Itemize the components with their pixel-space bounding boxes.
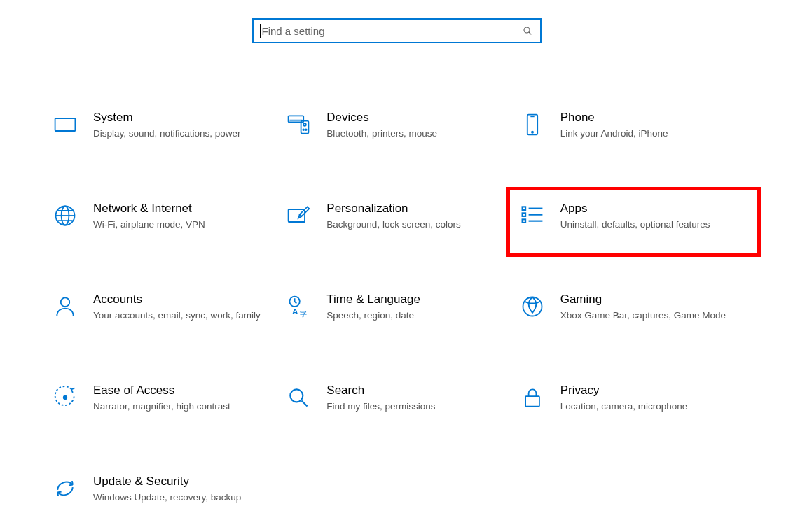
tile-gaming[interactable]: Gaming Xbox Game Bar, captures, Game Mod…	[517, 288, 750, 337]
tile-text: Phone Link your Android, iPhone	[560, 111, 743, 141]
tile-desc: Narrator, magnifier, high contrast	[93, 400, 270, 413]
svg-point-8	[303, 129, 305, 130]
tile-desc: Uninstall, defaults, optional features	[560, 218, 738, 231]
apps-icon	[520, 203, 545, 228]
tile-title: Search	[326, 384, 504, 398]
ease-of-access-icon	[53, 385, 78, 410]
tile-text: Accounts Your accounts, email, sync, wor…	[93, 293, 276, 323]
search-icon	[522, 25, 533, 36]
tile-personalization[interactable]: Personalization Background, lock screen,…	[283, 197, 516, 246]
tile-text: Ease of Access Narrator, magnifier, high…	[93, 384, 276, 414]
tile-privacy[interactable]: Privacy Location, camera, microphone	[517, 379, 750, 428]
svg-line-1	[529, 32, 531, 34]
tile-text: Search Find my files, permissions	[326, 384, 509, 414]
tile-title: Phone	[560, 111, 738, 125]
tile-ease-of-access[interactable]: Ease of Access Narrator, magnifier, high…	[50, 379, 283, 428]
system-icon	[53, 112, 78, 137]
tile-text: Devices Bluetooth, printers, mouse	[326, 111, 509, 141]
tile-desc: Link your Android, iPhone	[560, 127, 738, 140]
svg-rect-18	[522, 206, 525, 210]
svg-text:A: A	[292, 307, 298, 316]
tile-title: Privacy	[560, 384, 738, 398]
tile-title: Devices	[326, 111, 504, 125]
tile-title: Personalization	[326, 202, 504, 216]
tile-text: Personalization Background, lock screen,…	[326, 202, 509, 232]
svg-rect-32	[525, 396, 539, 406]
tile-desc: Bluetooth, printers, mouse	[326, 127, 504, 140]
tile-desc: Location, camera, microphone	[560, 400, 738, 413]
tile-text: Network & Internet Wi-Fi, airplane mode,…	[93, 202, 276, 232]
devices-icon	[286, 112, 311, 137]
tile-apps[interactable]: Apps Uninstall, defaults, optional featu…	[517, 197, 750, 246]
svg-rect-2	[55, 118, 76, 131]
tile-title: System	[93, 111, 270, 125]
tile-desc: Display, sound, notifications, power	[93, 127, 270, 140]
tile-devices[interactable]: Devices Bluetooth, printers, mouse	[283, 106, 516, 155]
tile-accounts[interactable]: Accounts Your accounts, email, sync, wor…	[50, 288, 283, 337]
svg-point-12	[532, 132, 533, 133]
svg-point-29	[63, 396, 67, 400]
tile-title: Apps	[560, 202, 738, 216]
update-icon	[53, 476, 78, 501]
globe-icon	[53, 203, 78, 228]
accounts-icon	[53, 294, 78, 319]
tile-title: Network & Internet	[93, 202, 270, 216]
tile-text: Privacy Location, camera, microphone	[560, 384, 743, 414]
tile-desc: Wi-Fi, airplane mode, VPN	[93, 218, 270, 231]
time-language-icon: A 字	[286, 294, 311, 319]
search-row	[0, 18, 793, 43]
tile-title: Accounts	[93, 293, 270, 307]
svg-point-9	[305, 129, 307, 130]
tile-desc: Background, lock screen, colors	[326, 218, 504, 231]
tile-text: Update & Security Windows Update, recove…	[93, 475, 276, 505]
tile-desc: Your accounts, email, sync, work, family	[93, 309, 270, 322]
tile-phone[interactable]: Phone Link your Android, iPhone	[517, 106, 750, 155]
tile-desc: Windows Update, recovery, backup	[93, 491, 270, 504]
tile-text: Gaming Xbox Game Bar, captures, Game Mod…	[560, 293, 743, 323]
tile-time-language[interactable]: A 字 Time & Language Speech, region, date	[283, 288, 516, 337]
tile-text: System Display, sound, notifications, po…	[93, 111, 276, 141]
personalization-icon	[286, 203, 311, 228]
tile-text: Apps Uninstall, defaults, optional featu…	[560, 202, 743, 232]
tile-text: Time & Language Speech, region, date	[326, 293, 509, 323]
svg-text:字: 字	[300, 310, 307, 318]
tile-title: Update & Security	[93, 475, 270, 489]
tile-search[interactable]: Search Find my files, permissions	[283, 379, 516, 428]
tile-update-security[interactable]: Update & Security Windows Update, recove…	[50, 470, 283, 519]
search-category-icon	[286, 385, 311, 410]
tile-network[interactable]: Network & Internet Wi-Fi, airplane mode,…	[50, 197, 283, 246]
svg-line-31	[302, 401, 308, 407]
gaming-icon	[520, 294, 545, 319]
lock-icon	[520, 385, 545, 410]
tile-desc: Xbox Game Bar, captures, Game Mode	[560, 309, 738, 322]
tile-title: Time & Language	[326, 293, 504, 307]
search-box[interactable]	[252, 18, 542, 43]
tile-title: Ease of Access	[93, 384, 270, 398]
svg-point-30	[291, 389, 303, 402]
svg-rect-20	[522, 213, 525, 216]
svg-point-24	[61, 298, 70, 307]
tile-desc: Find my files, permissions	[326, 400, 504, 413]
svg-point-0	[524, 27, 530, 33]
svg-rect-22	[522, 219, 525, 223]
tile-system[interactable]: System Display, sound, notifications, po…	[50, 106, 283, 155]
text-cursor	[260, 24, 261, 38]
tile-title: Gaming	[560, 293, 738, 307]
svg-point-7	[304, 123, 307, 126]
phone-icon	[520, 112, 545, 137]
search-input[interactable]	[261, 24, 522, 38]
settings-home: System Display, sound, notifications, po…	[0, 0, 793, 519]
settings-grid: System Display, sound, notifications, po…	[43, 106, 750, 519]
tile-desc: Speech, region, date	[326, 309, 504, 322]
